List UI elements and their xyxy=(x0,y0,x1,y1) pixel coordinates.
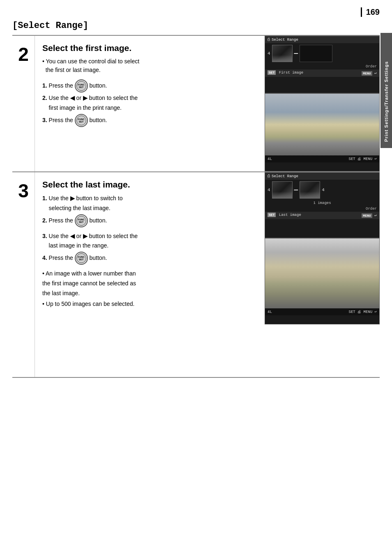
step-2-screen-1: ⎙ Select Range 4 — Order SET First image xyxy=(265,36,380,93)
screen-1-thumb-row: 4 — xyxy=(265,43,379,64)
step-3-bullet-1: An image with a lower number than the fi… xyxy=(42,269,257,298)
step-3-menu-icon: ↩ xyxy=(374,213,377,218)
step-2-inst-1: 1. Press the FUNC SET button. xyxy=(42,79,257,93)
step-2-inst-2: 2. Use the ◀ or ▶ button to select the f… xyxy=(42,93,257,113)
screen-1-label: Select Range xyxy=(272,38,298,42)
step-3-screen-1-thumb-row: 4 — 4 xyxy=(265,180,379,200)
step-2-screen-2: ⎙ First image 4L SET 🖨 MENU ↩ xyxy=(265,93,380,171)
step-3-set-text: Last image xyxy=(279,213,301,217)
step-2-heading: Select the first image. xyxy=(42,43,257,53)
step-3-thumb-num-left: 4 xyxy=(267,187,270,192)
or-text-2: or xyxy=(76,233,81,239)
step-2-images: ⎙ Select Range 4 — Order SET First image xyxy=(265,36,380,171)
arrow-left-icon-2: ◀ xyxy=(70,233,75,239)
or-text: or xyxy=(76,95,81,101)
screen-1-set-label: SET xyxy=(267,70,276,75)
step-3-screen-2-bottom-right: SET 🖨 MENU ↩ xyxy=(349,310,377,314)
step-3-row: 3 Select the last image. 1. Use the ▶ bu… xyxy=(12,172,380,378)
step-3-heading: Select the last image. xyxy=(42,180,257,190)
screen-1-menu-area: MENU ↩ xyxy=(362,71,377,76)
screen-2-img xyxy=(265,94,379,155)
screen-2-bottom-bar: 4L SET 🖨 MENU ↩ xyxy=(265,155,379,162)
arrow-right-icon: ▶ xyxy=(83,95,88,101)
step-2-inst-3: 3. Press the FUNC SET button. xyxy=(42,114,257,127)
screen-1-bottom-bar: SET First image MENU ↩ xyxy=(265,69,379,77)
step-3-inst-3: 3. Use the ◀ or ▶ button to select the l… xyxy=(42,231,257,251)
func-button-1: FUNC SET xyxy=(75,79,88,93)
sidebar-tab: Print Settings/Transfer Settings xyxy=(380,33,392,148)
screen-1-thumb-empty xyxy=(300,45,332,62)
step-3-screen-2-corner-tl: 4L xyxy=(267,310,272,314)
step-3-screen-2-bottom-bar: 4L SET 🖨 MENU ↩ xyxy=(265,308,379,315)
screen-1-menu-icon: ↩ xyxy=(374,71,377,76)
func-button-3: FUNC SET xyxy=(75,214,88,227)
beach-image-2 xyxy=(265,238,379,308)
step-3-set-area: SET Last image xyxy=(267,213,301,218)
func-button-4: FUNC SET xyxy=(75,252,88,265)
screen-1-order: Order xyxy=(265,64,379,69)
step-3-order: Order xyxy=(265,206,379,212)
page-number: 169 xyxy=(361,7,380,17)
step-2-intro: • You can use the control dial to select… xyxy=(42,57,257,74)
step-3-thumb-num-right: 4 xyxy=(322,187,325,192)
screen-1-top-bar: ⎙ Select Range xyxy=(265,36,379,43)
step-2-list: 1. Press the FUNC SET button. 2. Use the… xyxy=(42,79,257,127)
step-3-screen-2-img xyxy=(265,238,379,308)
step-3-list: 1. Use the ▶ button to switch to selecti… xyxy=(42,194,257,309)
step-3-inst-4: 4. Press the FUNC SET button. xyxy=(42,252,257,265)
arrow-left-icon: ◀ xyxy=(70,95,75,101)
screen-1-thumb-img xyxy=(272,45,293,62)
step-3-number: 3 xyxy=(12,172,35,377)
section-title: [Select Range] xyxy=(12,21,380,31)
screen-1-menu-label: MENU xyxy=(362,71,372,76)
step-2-content: Select the first image. • You can use th… xyxy=(35,36,265,171)
step-3-images: ⎙ Select Range 4 — 4 1 images Order SET … xyxy=(265,172,380,377)
screen-2-corner-tl: 4L xyxy=(267,157,272,161)
step-3-menu-label: MENU xyxy=(362,213,372,218)
screen-1-thumb-num: 4 xyxy=(267,51,270,56)
step-3-thumb-img-right xyxy=(300,181,320,199)
func-button-2: FUNC SET xyxy=(75,114,88,127)
step-3-set-label: SET xyxy=(267,213,276,217)
screen-1-set-area: SET First image xyxy=(267,71,303,76)
step-3-images-count: 1 images xyxy=(265,200,379,206)
beach-image-1 xyxy=(265,94,379,155)
screen-1-set-text: First image xyxy=(279,71,303,75)
step-3-dash: — xyxy=(294,186,298,194)
step-3-content: Select the last image. 1. Use the ▶ butt… xyxy=(35,172,265,377)
step-3-inst-1: 1. Use the ▶ button to switch to selecti… xyxy=(42,194,257,213)
step-3-menu-area: MENU ↩ xyxy=(362,213,377,218)
screen-1-dash: — xyxy=(294,50,298,57)
step-2-number: 2 xyxy=(12,36,35,171)
step-3-screen-1-label: Select Range xyxy=(272,174,298,178)
step-2-row: 2 Select the first image. • You can use … xyxy=(12,36,380,172)
arrow-right-icon-2: ▶ xyxy=(70,195,75,201)
step-3-inst-2: 2. Press the FUNC SET button. xyxy=(42,214,257,227)
step-3-bottom-bar: SET Last image MENU ↩ xyxy=(265,212,379,219)
arrow-right-icon-3: ▶ xyxy=(83,233,88,239)
step-3-thumb-img-left xyxy=(272,181,293,199)
step-3-screen-1-icon: ⎙ xyxy=(267,174,270,178)
screen-1-icon: ⎙ xyxy=(267,37,270,42)
step-3-bullet-2: Up to 500 images can be selected. xyxy=(42,299,257,309)
step-3-screen-1: ⎙ Select Range 4 — 4 1 images Order SET … xyxy=(265,172,380,238)
step-3-screen-1-top-bar: ⎙ Select Range xyxy=(265,173,379,180)
step-3-screen-2: ⎙ Last image 4L SET 🖨 MENU ↩ xyxy=(265,238,380,324)
main-content: 2 Select the first image. • You can use … xyxy=(12,35,380,378)
screen-2-bottom-right: SET 🖨 MENU ↩ xyxy=(349,157,377,161)
